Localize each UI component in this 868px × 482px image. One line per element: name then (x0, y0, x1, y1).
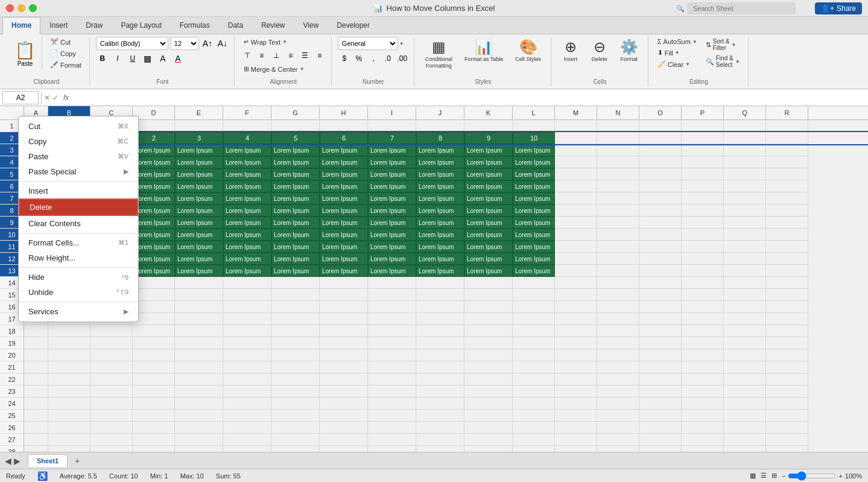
cell-R26[interactable] (766, 422, 808, 434)
cell-J5[interactable]: Lorem Ipsum (416, 168, 464, 180)
cell-I18[interactable] (368, 325, 416, 337)
cell-K28[interactable] (464, 446, 513, 452)
cell-L22[interactable] (513, 373, 555, 385)
cell-D13[interactable]: Lorem Ipsum (133, 265, 175, 277)
col-header-E[interactable]: E (175, 106, 223, 119)
cell-G20[interactable] (271, 349, 320, 361)
close-button[interactable] (6, 4, 14, 12)
cell-I1[interactable] (368, 120, 416, 132)
cell-P16[interactable] (682, 301, 724, 313)
cell-J4[interactable]: Lorem Ipsum (416, 156, 464, 168)
cell-I21[interactable] (368, 361, 416, 373)
cell-L8[interactable]: Lorem Ipsum (513, 205, 555, 217)
cell-R23[interactable] (766, 385, 808, 398)
row-num-19[interactable]: 19 (0, 337, 24, 349)
row-num-27[interactable]: 27 (0, 434, 24, 446)
cell-L13[interactable]: Lorem Ipsum (513, 265, 555, 277)
cell-C18[interactable] (90, 325, 133, 337)
cell-E1[interactable] (175, 120, 223, 132)
cell-D9[interactable]: Lorem Ipsum (133, 217, 175, 229)
cell-E26[interactable] (175, 422, 223, 434)
cell-O23[interactable] (639, 385, 682, 398)
cell-Q4[interactable] (724, 156, 766, 168)
cell-G24[interactable] (271, 398, 320, 410)
zoom-slider[interactable] (788, 471, 836, 481)
cell-K24[interactable] (464, 398, 513, 410)
cell-G4[interactable]: Lorem Ipsum (271, 156, 320, 168)
cell-G13[interactable]: Lorem Ipsum (271, 265, 320, 277)
cell-Q22[interactable] (724, 373, 766, 385)
cell-I12[interactable]: Lorem Ipsum (368, 253, 416, 265)
cell-D5[interactable]: Lorem Ipsum (133, 168, 175, 180)
cell-E2[interactable]: 3 (175, 132, 223, 144)
cell-Q19[interactable] (724, 337, 766, 349)
cell-J15[interactable] (416, 289, 464, 301)
cell-O4[interactable] (639, 156, 682, 168)
cell-E14[interactable] (175, 277, 223, 289)
cell-N8[interactable] (597, 205, 639, 217)
cell-J27[interactable] (416, 434, 464, 446)
cell-R15[interactable] (766, 289, 808, 301)
cell-M23[interactable] (555, 385, 597, 398)
cell-I2[interactable]: 7 (368, 132, 416, 144)
cell-J24[interactable] (416, 398, 464, 410)
cell-H10[interactable]: Lorem Ipsum (320, 229, 368, 241)
cell-O18[interactable] (639, 325, 682, 337)
add-sheet-button[interactable]: + (70, 455, 84, 467)
cell-R27[interactable] (766, 434, 808, 446)
cell-A20[interactable] (24, 349, 48, 361)
cell-D22[interactable] (133, 373, 175, 385)
cell-E24[interactable] (175, 398, 223, 410)
cell-R1[interactable] (766, 120, 808, 132)
cell-L5[interactable]: Lorem Ipsum (513, 168, 555, 180)
italic-button[interactable]: I (111, 52, 124, 65)
align-left-button[interactable]: ≡ (284, 49, 297, 62)
cell-N24[interactable] (597, 398, 639, 410)
cell-C28[interactable] (90, 446, 133, 452)
cell-F17[interactable] (223, 313, 271, 325)
cell-M8[interactable] (555, 205, 597, 217)
cell-P19[interactable] (682, 337, 724, 349)
format-painter-button[interactable]: 🖌️ Format (47, 60, 84, 70)
cell-G27[interactable] (271, 434, 320, 446)
cell-N23[interactable] (597, 385, 639, 398)
cell-P10[interactable] (682, 229, 724, 241)
cell-D7[interactable]: Lorem Ipsum (133, 192, 175, 205)
cell-H2[interactable]: 6 (320, 132, 368, 144)
cell-K1[interactable] (464, 120, 513, 132)
cell-E4[interactable]: Lorem Ipsum (175, 156, 223, 168)
cell-D23[interactable] (133, 385, 175, 398)
cell-I9[interactable]: Lorem Ipsum (368, 217, 416, 229)
cell-Q15[interactable] (724, 289, 766, 301)
col-header-Q[interactable]: Q (724, 106, 766, 119)
cell-N5[interactable] (597, 168, 639, 180)
tab-data[interactable]: Data (219, 17, 252, 34)
cell-B20[interactable] (48, 349, 90, 361)
cell-F9[interactable]: Lorem Ipsum (223, 217, 271, 229)
cell-L28[interactable] (513, 446, 555, 452)
cell-M13[interactable] (555, 265, 597, 277)
cell-K4[interactable]: Lorem Ipsum (464, 156, 513, 168)
cell-N15[interactable] (597, 289, 639, 301)
cell-J22[interactable] (416, 373, 464, 385)
cell-P23[interactable] (682, 385, 724, 398)
cell-Q18[interactable] (724, 325, 766, 337)
cell-F26[interactable] (223, 422, 271, 434)
cell-K26[interactable] (464, 422, 513, 434)
cell-E23[interactable] (175, 385, 223, 398)
bold-button[interactable]: B (96, 52, 109, 65)
ctx-paste[interactable]: Paste ⌘V (19, 149, 138, 164)
cell-P2[interactable] (682, 132, 724, 144)
cell-M27[interactable] (555, 434, 597, 446)
cell-F10[interactable]: Lorem Ipsum (223, 229, 271, 241)
cell-I26[interactable] (368, 422, 416, 434)
cell-I13[interactable]: Lorem Ipsum (368, 265, 416, 277)
cut-button[interactable]: ✂️ Cut (47, 37, 84, 47)
paste-button[interactable]: 📋 Paste (8, 37, 42, 71)
cell-N22[interactable] (597, 373, 639, 385)
cell-M15[interactable] (555, 289, 597, 301)
cell-G5[interactable]: Lorem Ipsum (271, 168, 320, 180)
cell-F23[interactable] (223, 385, 271, 398)
cell-J1[interactable] (416, 120, 464, 132)
underline-button[interactable]: U (126, 52, 139, 65)
